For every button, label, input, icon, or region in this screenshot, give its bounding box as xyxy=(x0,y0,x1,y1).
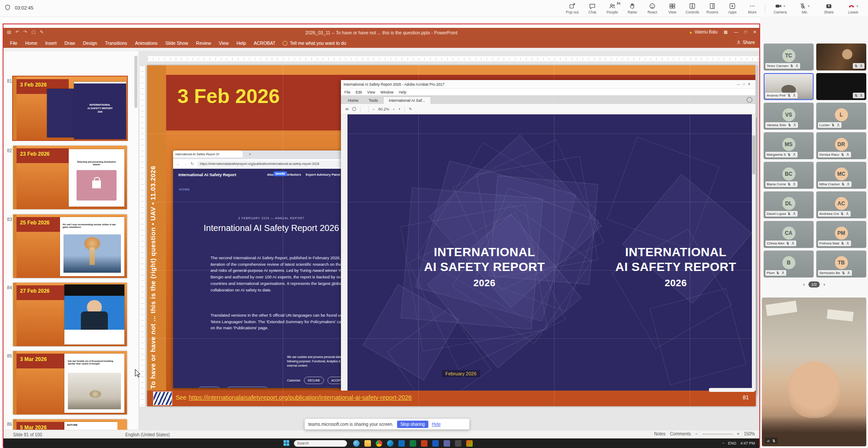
language-status[interactable]: English (United States) xyxy=(125,432,170,437)
participant-tile[interactable]: MC Miha Craciun xyxy=(816,162,866,189)
hide-banner-link[interactable]: Hide xyxy=(432,422,441,427)
ribbon-tab[interactable]: Animations xyxy=(131,39,161,47)
forward-icon[interactable]: → xyxy=(184,161,188,166)
taskbar-app-icon[interactable] xyxy=(364,440,371,447)
search-icon[interactable] xyxy=(352,107,356,111)
ribbon-tab[interactable]: Insert xyxy=(41,39,60,47)
participant-tile[interactable]: MS Margareta S xyxy=(764,132,814,159)
ribbon-tab[interactable]: Review xyxy=(192,39,215,47)
acrobat-tab-document[interactable]: International AI Saf... xyxy=(383,97,431,104)
ribbon-tab[interactable]: ACROBAT xyxy=(250,39,279,47)
teams-device-button[interactable]: ∨ Leave xyxy=(841,0,865,16)
notes-toggle[interactable]: Notes xyxy=(654,431,665,436)
restore-button[interactable]: □ xyxy=(744,30,747,34)
ribbon-tab[interactable]: Transitions xyxy=(101,39,131,47)
teams-control-button[interactable]: Rooms xyxy=(702,0,722,16)
acrobat-notification-icon[interactable] xyxy=(747,97,752,103)
taskbar-app-icon[interactable] xyxy=(432,440,439,447)
slide-thumbnail-85[interactable]: 3 Mar 2026 Iran war heralds era of AI-po… xyxy=(13,351,127,415)
teams-control-button[interactable]: Chat xyxy=(582,0,602,16)
chevron-down-icon[interactable]: ∨ xyxy=(393,107,394,110)
mail-icon[interactable]: ✉ xyxy=(345,107,349,111)
footer-report-link[interactable]: https://internationalaisafetyreport.org/… xyxy=(189,394,412,401)
thumbnail-scrollbar[interactable] xyxy=(134,56,137,108)
zoom-out-icon[interactable]: − xyxy=(373,107,375,111)
acrobat-tab-tools[interactable]: Tools xyxy=(364,97,383,104)
participant-tile[interactable]: TC Terez Carmen xyxy=(764,43,814,70)
ribbon-tab[interactable]: View xyxy=(215,39,233,47)
zoom-in-icon[interactable]: + xyxy=(398,107,401,111)
teams-control-button[interactable]: Apps xyxy=(722,0,742,16)
participant-tile[interactable]: L Lucian xyxy=(816,103,866,130)
decline-button[interactable]: DECLINE xyxy=(304,377,324,384)
zoom-slider[interactable] xyxy=(702,434,733,435)
zoom-out-button[interactable]: − xyxy=(695,431,698,436)
participant-tile[interactable]: B Plum xyxy=(764,251,814,277)
ribbon-tab[interactable]: Help xyxy=(233,39,250,47)
teams-device-button[interactable]: ∨ Camera xyxy=(768,0,792,16)
participant-tile[interactable]: CA Chirea Alex xyxy=(764,221,814,248)
acrobat-tab-home[interactable]: Home xyxy=(343,97,364,104)
taskbar-app-icon[interactable] xyxy=(353,440,360,447)
participant-tile[interactable]: PM Pothora Mad xyxy=(816,221,866,248)
acrobat-menu-item[interactable]: Edit xyxy=(356,90,362,94)
zoom-level[interactable]: 80.2% xyxy=(378,107,390,111)
main-scrollbar[interactable] xyxy=(755,65,758,117)
acrobat-menu-item[interactable]: View xyxy=(367,90,375,94)
clock[interactable]: 4:47 PM xyxy=(740,441,755,445)
participant-tile[interactable]: BC Biana Corne xyxy=(764,162,814,189)
taskbar-app-icon[interactable] xyxy=(466,440,473,447)
teams-control-button[interactable]: Controls xyxy=(682,0,702,16)
url-field[interactable]: https://internationalaisafetyreport.org/… xyxy=(197,160,360,167)
ribbon-tab[interactable]: Slide Show xyxy=(161,39,192,47)
pdf-scrollbar[interactable] xyxy=(752,114,756,394)
ribbon-tab[interactable]: Design xyxy=(79,39,101,47)
next-page-icon[interactable]: › xyxy=(823,281,825,288)
teams-control-button[interactable]: More xyxy=(742,0,762,16)
taskbar-app-icon[interactable] xyxy=(376,440,382,447)
taskbar-search[interactable]: Search xyxy=(294,440,347,447)
new-tab-button[interactable]: + xyxy=(249,152,251,157)
home-link[interactable]: HOME xyxy=(179,188,190,191)
language-indicator[interactable]: ENG xyxy=(728,441,737,445)
slide-thumbnail-81[interactable]: 3 Feb 2026 INTERNATIONALAI SAFETY REPORT… xyxy=(13,77,127,140)
chevron-down-icon[interactable]: ∨ xyxy=(808,4,810,8)
ribbon-tab[interactable]: File xyxy=(6,39,21,47)
site-nav-item[interactable]: Expert Advisory Panel xyxy=(306,173,340,177)
taskbar-app-icon[interactable] xyxy=(398,440,405,447)
ribbon-tab[interactable]: Home xyxy=(21,39,41,47)
customize-button[interactable]: Customize xyxy=(287,379,300,382)
english-button[interactable]: ⇩ENGLISH xyxy=(197,387,221,388)
teams-control-button[interactable]: 31 People xyxy=(602,0,622,16)
teams-device-button[interactable]: ∨ Mic xyxy=(792,0,817,16)
slide-thumbnail-83[interactable]: 25 Feb 2026 AIs can't stop recommending … xyxy=(13,214,127,278)
browser-tab[interactable]: International AI Safety Report 20 xyxy=(173,150,243,157)
taskbar-app-icon[interactable] xyxy=(455,440,461,447)
tray-expand-icon[interactable]: ^ xyxy=(722,441,724,445)
teams-device-button[interactable]: Share xyxy=(817,0,841,16)
taskbar-app-icon[interactable] xyxy=(444,440,450,447)
chevron-down-icon[interactable]: ∨ xyxy=(856,4,858,8)
participant-tile[interactable]: DL David Lupsa xyxy=(764,191,814,218)
acrobat-menu-item[interactable]: File xyxy=(344,90,351,94)
comment-icon[interactable]: ✎ xyxy=(409,107,412,111)
ribbon-tab[interactable]: Draw xyxy=(60,39,79,47)
participant-tile[interactable]: DR Denisa Racu xyxy=(816,132,866,159)
slide-thumbnail-82[interactable]: 23 Feb 2026 Detecting and preventing dis… xyxy=(13,146,127,209)
account-name[interactable]: Valeriu Balu xyxy=(694,30,718,34)
minimize-button[interactable]: — xyxy=(734,30,738,34)
slide-thumbnail-84[interactable]: 27 Feb 2026 xyxy=(13,283,127,346)
comments-toggle[interactable]: Comments xyxy=(670,431,691,436)
stop-sharing-button[interactable]: Stop sharing xyxy=(397,421,428,428)
taskbar-app-icon[interactable] xyxy=(410,440,416,447)
participant-tile[interactable]: VS Vanesa Sido xyxy=(764,103,814,130)
more-languages-button[interactable]: MORE LANGUAGES∨ xyxy=(226,387,269,388)
back-icon[interactable]: ← xyxy=(177,161,181,166)
taskbar-app-icon[interactable] xyxy=(387,440,394,447)
ppt-share-button[interactable]: Share xyxy=(736,40,755,45)
acrobat-horizontal-scrollbar[interactable] xyxy=(709,388,755,392)
close-button[interactable]: ✕ xyxy=(753,30,757,34)
teams-control-button[interactable]: View xyxy=(662,0,682,16)
taskbar-app-icon[interactable] xyxy=(421,440,427,447)
zoom-in-button[interactable]: + xyxy=(737,431,740,436)
